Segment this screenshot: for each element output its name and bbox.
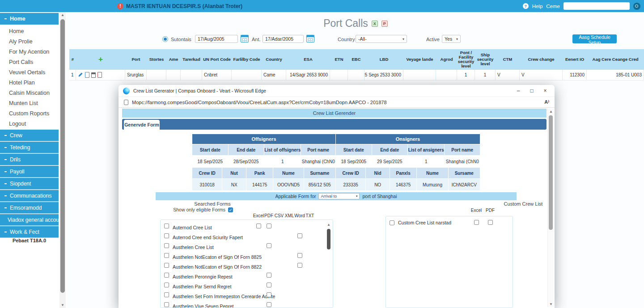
search-input[interactable] <box>564 2 630 10</box>
column-header: # <box>69 49 76 70</box>
form-checkbox[interactable] <box>164 302 169 307</box>
url-text[interactable]: Mopc://farmong.compesGood/ComposOaboard/… <box>132 100 541 105</box>
page-info-icon[interactable] <box>124 100 128 105</box>
column-header: Pont / Facility security level <box>457 49 475 70</box>
arrival-select[interactable]: Arrival to ▾ <box>318 193 360 199</box>
export-excel-icon[interactable]: X <box>372 21 378 27</box>
help-icon[interactable]: ? <box>523 3 529 9</box>
date-range-radio[interactable] <box>162 36 168 42</box>
table-cell: 1 <box>408 156 444 167</box>
sidebar-item-hotel-plan[interactable]: Hotel Plan <box>0 78 59 88</box>
pdf-checkbox[interactable] <box>267 273 271 278</box>
sidebar-item-munten-list[interactable]: Munten List <box>0 98 59 108</box>
modal-scrollbar[interactable]: ▲ ▼ <box>547 109 554 307</box>
forms-scroll-thumb[interactable] <box>327 229 330 249</box>
maximize-button[interactable]: □ <box>527 88 537 94</box>
form-checkbox[interactable] <box>164 283 169 287</box>
custom-crew-list-box: Custom Cree List narstad <box>386 216 513 308</box>
sidebar-item-calsin-miscation[interactable]: Calsin Miscation <box>0 88 59 98</box>
excel-checkbox[interactable] <box>256 224 261 228</box>
pdf-checkbox[interactable] <box>267 283 271 287</box>
modal-scroll-thumb[interactable] <box>549 115 553 230</box>
sidebar-item-for-my-acention[interactable]: For My Acention <box>0 47 59 57</box>
form-checkbox[interactable] <box>164 243 169 248</box>
sidebar-section-emsoramodd[interactable]: Emsoramodd <box>0 202 59 214</box>
bullet-icon <box>4 147 7 148</box>
column-header: LBD <box>364 49 403 70</box>
crew-columns-row: Crew IDNutPankNumeSurnameCrew IDNidPanxl… <box>192 168 480 178</box>
custom-crew-list-item: Custom Cree List narstad <box>386 216 513 225</box>
table-cell: Crew ID <box>192 168 222 178</box>
edit-pencil-icon[interactable] <box>78 72 83 78</box>
tab-generate-form[interactable]: Genervde Form <box>124 120 160 130</box>
pdf-checkbox[interactable] <box>488 220 493 225</box>
print-icon[interactable] <box>91 72 96 78</box>
form-checkbox[interactable] <box>164 224 169 228</box>
sidebar-section-crew[interactable]: Crew <box>0 130 59 141</box>
active-select[interactable]: Yes ▾ <box>442 35 461 43</box>
sidebar-scroll-thumb[interactable] <box>60 19 65 293</box>
sidebar-scrollbar[interactable]: ▲ ▼ <box>59 12 66 308</box>
form-list-item: Austhelen Par Sernd Regret <box>161 281 333 291</box>
form-label: Austhelen NotEcaton ef Sign Of Forn 8822 <box>173 264 262 270</box>
scroll-down-icon[interactable]: ▼ <box>59 302 66 308</box>
to-date-input[interactable] <box>263 35 304 43</box>
address-bar[interactable]: Mopc://farmong.compesGood/ComposOaboard/… <box>119 97 555 108</box>
export-pdf-icon[interactable]: P <box>381 21 388 27</box>
word-checkbox[interactable] <box>297 253 302 258</box>
minimize-button[interactable]: – <box>513 88 523 94</box>
pdf-doc-icon[interactable] <box>97 72 102 78</box>
schedule-setup-button[interactable]: Aasg Schedule Setup <box>572 34 617 43</box>
sidebar-section-payoll[interactable]: Payoll <box>0 166 59 177</box>
pdf-checkbox[interactable] <box>267 224 271 228</box>
country-select[interactable]: -All- ▾ <box>356 35 407 43</box>
scroll-up-icon[interactable]: ▲ <box>326 222 331 228</box>
custom-item-checkbox[interactable] <box>390 220 394 225</box>
sidebar-section-siopdent[interactable]: Siopdent <box>0 178 59 190</box>
sidebar-item-home[interactable]: Home <box>0 26 59 36</box>
form-checkbox[interactable] <box>164 253 169 258</box>
word-checkbox[interactable] <box>297 233 302 238</box>
sidebar-item-home-root[interactable]: Home <box>0 13 59 25</box>
read-aloud-icon[interactable]: A⁾ <box>544 99 549 105</box>
sidebar-section-work-fect[interactable]: Work & Fect <box>0 226 59 238</box>
pdf-checkbox[interactable] <box>267 302 271 307</box>
form-list-item: Austhelen NotEcaton ef Sign Of Forn 8822 <box>161 262 333 271</box>
custom-format-header-excel: Excel <box>470 208 482 213</box>
scroll-up-icon[interactable]: ▲ <box>548 109 554 114</box>
search-go-button[interactable] <box>633 3 640 10</box>
sidebar-item-logout[interactable]: Logout <box>0 119 59 129</box>
sidebar-item-custom-roports[interactable]: Custom Roports <box>0 109 59 118</box>
window-title-bar[interactable]: Crew List Gererator | Compas Onboard - V… <box>119 85 555 97</box>
sidebar-section-communacations[interactable]: Communacations <box>0 190 59 202</box>
add-port-call-button[interactable]: + <box>76 49 125 70</box>
sidebar-section-teteding[interactable]: Teteding <box>0 142 59 153</box>
sidebar-section-viadox-general-account[interactable]: Viadox general account <box>0 214 59 226</box>
scroll-up-icon[interactable]: ▲ <box>59 12 66 18</box>
form-checkbox[interactable] <box>164 273 169 278</box>
calendar-icon[interactable] <box>241 35 249 42</box>
forms-list-scrollbar[interactable]: ▲ <box>326 222 331 307</box>
form-checkbox[interactable] <box>164 292 169 297</box>
form-checkbox[interactable] <box>164 263 169 268</box>
tab-strip: Genervde Form <box>122 119 547 130</box>
portcalls-table-row[interactable]: 1SrurglasCnbretCame14/Sagr 2653 900025 S… <box>69 70 644 80</box>
scroll-down-icon[interactable]: ▼ <box>548 301 554 307</box>
app-version: Pebaet T18A.0 <box>0 238 59 243</box>
pdf-checkbox[interactable] <box>267 292 271 297</box>
sidebar-section-drils[interactable]: Drils <box>0 154 59 165</box>
word-checkbox[interactable] <box>297 263 302 268</box>
eligible-forms-checkbox[interactable]: ✓ <box>228 207 233 212</box>
from-date-input[interactable] <box>195 35 238 43</box>
calendar-icon[interactable] <box>306 35 314 42</box>
table-cell: Onsigners <box>336 134 480 144</box>
pdf-checkbox[interactable] <box>267 243 271 248</box>
sidebar-item-veuvel-oertals[interactable]: Veuvel Oertals <box>0 68 59 77</box>
help-link[interactable]: Help <box>532 4 543 9</box>
form-checkbox[interactable] <box>164 233 169 238</box>
excel-checkbox[interactable] <box>474 220 479 225</box>
sidebar-item-port-calls[interactable]: Port Calls <box>0 57 59 67</box>
close-button[interactable]: × <box>540 88 550 94</box>
sidebar-item-aly-prolie[interactable]: Aly Prolie <box>0 37 59 46</box>
document-icon[interactable] <box>85 72 89 78</box>
